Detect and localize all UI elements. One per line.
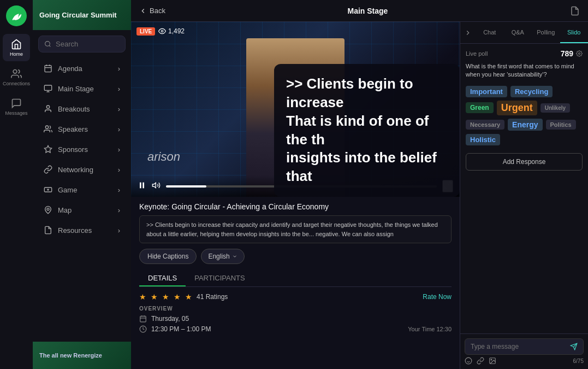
fullscreen-button[interactable] [442, 180, 453, 192]
poll-label: Live poll [466, 50, 488, 57]
home-icon [11, 39, 22, 50]
word-unlikely[interactable]: Unlikely [541, 103, 570, 113]
sidebar: Home Connections Messages [0, 0, 33, 369]
panel-tabs: Chat Q&A Polling Slido [460, 22, 588, 44]
messages-icon [11, 98, 22, 109]
schedule-time-row: 12:30 PM – 1:00 PM Your Time 12:30 [139, 325, 452, 333]
nav-item-networking[interactable]: Networking › [36, 160, 128, 179]
video-overlay-text: arison [147, 150, 180, 164]
hide-captions-button[interactable]: Hide Captions [139, 249, 197, 264]
svg-point-32 [465, 358, 472, 364]
map-label: Map [58, 206, 72, 214]
nav-item-resources[interactable]: Resources › [36, 220, 128, 240]
poll-section: Live poll 789 What is the first word tha… [460, 44, 588, 333]
star-3: ★ [162, 292, 169, 301]
tab-qa[interactable]: Q&A [504, 22, 532, 43]
home-label: Home [10, 51, 23, 57]
video-wrapper: arison LIVE 1,492 [131, 22, 460, 197]
speakers-label: Speakers [58, 125, 88, 133]
word-urgent[interactable]: Urgent [497, 101, 537, 115]
progress-bar[interactable] [166, 185, 437, 188]
add-response-button[interactable]: Add Response [466, 153, 583, 171]
panel-collapse-button[interactable] [460, 22, 476, 43]
word-green[interactable]: Green [466, 102, 494, 113]
chevron-icon: › [118, 166, 120, 174]
video-title: Keynote: Going Circular - Achieving a Ci… [139, 202, 452, 211]
sidebar-item-connections[interactable]: Connections [3, 63, 30, 91]
clock-icon [139, 325, 147, 333]
rate-now-button[interactable]: Rate Now [423, 293, 452, 301]
ratings-row: ★ ★ ★ ★ ★ 41 Ratings Rate Now [139, 292, 452, 301]
tab-participants[interactable]: PARTICIPANTS [186, 271, 253, 286]
nav-item-speakers[interactable]: Speakers › [36, 119, 128, 139]
send-icon[interactable] [570, 343, 578, 350]
back-label: Back [150, 7, 165, 15]
chevron-down-icon [232, 254, 237, 259]
game-icon [44, 185, 52, 194]
viewer-count: 1,492 [158, 27, 185, 35]
caption-bar: >> Clients begin to increase their capac… [139, 215, 452, 243]
chevron-icon: › [118, 65, 120, 73]
progress-fill [166, 185, 206, 188]
below-video: Keynote: Going Circular - Achieving a Ci… [131, 197, 460, 369]
chevron-icon: › [118, 226, 120, 235]
stage-title: Main Stage [348, 7, 388, 15]
sidebar-item-messages[interactable]: Messages [3, 93, 30, 120]
nav-item-sponsors[interactable]: Sponsors › [36, 139, 128, 159]
tab-polling[interactable]: Polling [532, 22, 560, 43]
map-icon [44, 206, 52, 214]
nav-menu: Agenda › Main Stage › Breakouts › Speake… [33, 58, 131, 342]
back-arrow-icon [139, 7, 147, 15]
svg-point-1 [45, 42, 50, 46]
chevron-icon: › [118, 145, 120, 154]
schedule-date-row: Thursday, 05 [139, 315, 452, 323]
pause-button[interactable] [138, 181, 146, 191]
nav-item-game[interactable]: Game › [36, 180, 128, 200]
char-count: 6/75 [573, 358, 584, 364]
word-politics[interactable]: Politics [546, 120, 576, 130]
image-icon[interactable] [489, 357, 496, 365]
main-topbar: Back Main Stage [131, 0, 588, 22]
svg-rect-19 [140, 183, 141, 189]
word-energy[interactable]: Energy [508, 119, 542, 131]
tab-chat[interactable]: Chat [476, 22, 504, 43]
search-bar[interactable] [38, 36, 126, 52]
sidebar-item-home[interactable]: Home [3, 34, 30, 61]
connections-label: Connections [3, 81, 30, 86]
chevron-icon: › [118, 206, 120, 214]
chat-input-area: 6/75 [460, 333, 588, 369]
emoji-icon[interactable] [465, 357, 472, 365]
nav-item-map[interactable]: Map › [36, 200, 128, 220]
video-container: arison LIVE 1,492 [131, 22, 460, 197]
back-button[interactable]: Back [139, 7, 165, 15]
nav-item-agenda[interactable]: Agenda › [36, 58, 128, 78]
volume-button[interactable] [152, 181, 161, 191]
svg-rect-3 [45, 66, 51, 72]
main-content: Back Main Stage arison LIVE [131, 0, 588, 369]
main-stage-label: Main Stage [58, 85, 94, 93]
language-selector[interactable]: English [201, 249, 244, 264]
link-icon[interactable] [477, 357, 484, 365]
your-time: Your Time 12:30 [408, 326, 452, 332]
volume-icon [152, 181, 161, 190]
tab-slido[interactable]: Slido [560, 22, 589, 43]
details-tabs: DETAILS PARTICIPANTS [139, 271, 452, 287]
calendar-icon [139, 315, 147, 323]
word-important[interactable]: Important [466, 86, 507, 97]
tab-details[interactable]: DETAILS [139, 271, 186, 286]
overview-label: OVERVIEW [139, 306, 452, 312]
doc-icon[interactable] [570, 6, 580, 16]
nav-item-breakouts[interactable]: Breakouts › [36, 99, 128, 119]
svg-rect-7 [44, 85, 51, 90]
chat-input[interactable] [471, 343, 567, 350]
poll-question: What is the first word that comes to min… [466, 62, 583, 79]
poll-header: Live poll 789 [466, 49, 583, 58]
search-icon [44, 40, 51, 48]
word-holistic[interactable]: Holistic [466, 134, 500, 145]
word-necessary[interactable]: Necessary [466, 120, 504, 130]
star-2: ★ [151, 292, 158, 301]
resources-label: Resources [58, 226, 92, 235]
word-recycling[interactable]: Recycling [510, 86, 553, 97]
speaker-figure [246, 38, 345, 197]
nav-item-main-stage[interactable]: Main Stage › [36, 79, 128, 98]
